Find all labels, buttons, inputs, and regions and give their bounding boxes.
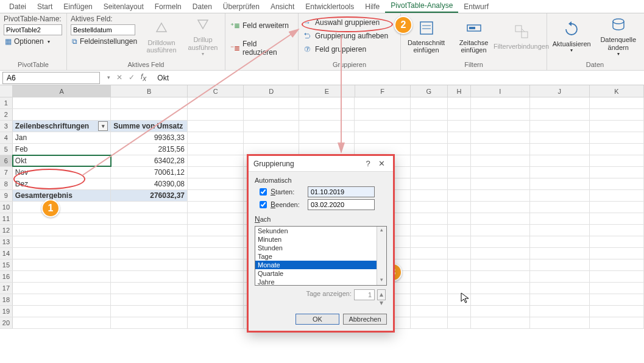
cell[interactable] (188, 190, 244, 201)
cell[interactable] (590, 121, 644, 132)
cell[interactable] (411, 167, 448, 178)
cell[interactable] (448, 144, 471, 155)
enter-formula-icon[interactable]: ✓ (129, 73, 135, 82)
tab-hilfe[interactable]: Hilfe (359, 1, 385, 13)
cell[interactable] (355, 132, 410, 143)
cell[interactable] (590, 213, 644, 224)
cell[interactable] (299, 109, 355, 120)
pt-options-button[interactable]: ▦Optionen▾ (4, 37, 62, 46)
cell[interactable] (448, 306, 471, 317)
cell[interactable] (590, 271, 644, 282)
cell[interactable]: Feb (13, 144, 111, 155)
select-all-corner[interactable] (0, 85, 13, 97)
cell[interactable] (188, 155, 244, 166)
tab-ansicht[interactable]: Ansicht (265, 1, 300, 13)
cancel-formula-icon[interactable]: ✕ (116, 73, 122, 82)
cell[interactable] (411, 97, 448, 108)
cell[interactable] (590, 259, 644, 270)
collapse-field-button[interactable]: ⁻≣Feld reduzieren (229, 39, 294, 57)
cell[interactable] (471, 259, 530, 270)
cell[interactable] (188, 248, 244, 259)
cell[interactable] (530, 121, 590, 132)
cell[interactable] (411, 225, 448, 236)
cell[interactable] (111, 109, 188, 120)
col-header-E[interactable]: E (299, 85, 355, 97)
row-header[interactable]: 17 (0, 283, 13, 294)
cell[interactable] (13, 248, 111, 259)
cell[interactable] (530, 225, 590, 236)
cell[interactable] (590, 202, 644, 213)
fx-icon[interactable]: fx (141, 72, 146, 83)
cell[interactable] (13, 109, 111, 120)
cell[interactable] (355, 144, 410, 155)
cell[interactable] (299, 132, 355, 143)
cell[interactable] (411, 109, 448, 120)
tab-entwurf[interactable]: Entwurf (458, 1, 494, 13)
row-header[interactable]: 2 (0, 109, 13, 120)
cell[interactable] (111, 259, 188, 270)
tab-einfuegen[interactable]: Einfügen (58, 1, 97, 13)
tab-datei[interactable]: Datei (4, 1, 32, 13)
name-box[interactable] (2, 72, 100, 84)
tab-formeln[interactable]: Formeln (149, 1, 187, 13)
cell[interactable]: 99363,33 (111, 132, 188, 143)
row-header[interactable]: 3 (0, 121, 13, 132)
unit-option[interactable]: Tage (255, 252, 386, 261)
row-header[interactable]: 13 (0, 236, 13, 247)
col-header-J[interactable]: J (530, 85, 590, 97)
tab-entwicklertools[interactable]: Entwicklertools (300, 1, 359, 13)
cell[interactable] (299, 97, 355, 108)
cell[interactable] (530, 283, 590, 294)
cell[interactable] (13, 294, 111, 305)
cell[interactable] (111, 317, 188, 328)
cell[interactable] (448, 202, 471, 213)
cell[interactable] (411, 190, 448, 201)
start-date-input[interactable] (308, 186, 375, 197)
cell[interactable] (13, 259, 111, 270)
cell[interactable] (188, 202, 244, 213)
row-header[interactable]: 6 (0, 155, 13, 166)
cell[interactable] (448, 167, 471, 178)
expand-field-button[interactable]: ⁺≣Feld erweitern (229, 21, 294, 30)
cell[interactable] (590, 109, 644, 120)
col-header-A[interactable]: A (13, 85, 111, 97)
cell[interactable] (590, 97, 644, 108)
cell[interactable] (13, 283, 111, 294)
cell[interactable] (299, 144, 355, 155)
cell[interactable] (590, 132, 644, 143)
cell[interactable] (188, 236, 244, 247)
cell[interactable] (13, 202, 111, 213)
cell[interactable] (530, 97, 590, 108)
cell[interactable] (530, 294, 590, 305)
cell[interactable] (448, 213, 471, 224)
cell[interactable] (448, 190, 471, 201)
cell[interactable] (188, 144, 244, 155)
cell[interactable] (471, 225, 530, 236)
row-header[interactable]: 11 (0, 213, 13, 224)
cell[interactable] (471, 317, 530, 328)
cell[interactable] (590, 317, 644, 328)
cell[interactable] (411, 306, 448, 317)
cell[interactable] (448, 248, 471, 259)
cell[interactable] (590, 283, 644, 294)
cell[interactable] (411, 294, 448, 305)
cell[interactable] (188, 97, 244, 108)
filter-dropdown-icon[interactable]: ▾ (98, 121, 108, 131)
ok-button[interactable]: OK (295, 314, 339, 325)
unit-option[interactable]: Monate (255, 261, 386, 269)
cell[interactable] (188, 283, 244, 294)
cell[interactable] (448, 97, 471, 108)
cell[interactable] (448, 317, 471, 328)
unit-option[interactable]: Stunden (255, 244, 386, 252)
cell[interactable] (530, 167, 590, 178)
cell[interactable] (188, 317, 244, 328)
units-listbox[interactable]: SekundenMinutenStundenTageMonateQuartale… (255, 226, 387, 286)
cell[interactable]: 2815,56 (111, 144, 188, 155)
cell[interactable] (448, 109, 471, 120)
row-header[interactable]: 14 (0, 248, 13, 259)
cell[interactable] (188, 132, 244, 143)
cell[interactable] (590, 167, 644, 178)
tab-ueberpruefen[interactable]: Überprüfen (218, 1, 265, 13)
cell[interactable] (411, 121, 448, 132)
cell[interactable] (111, 97, 188, 108)
